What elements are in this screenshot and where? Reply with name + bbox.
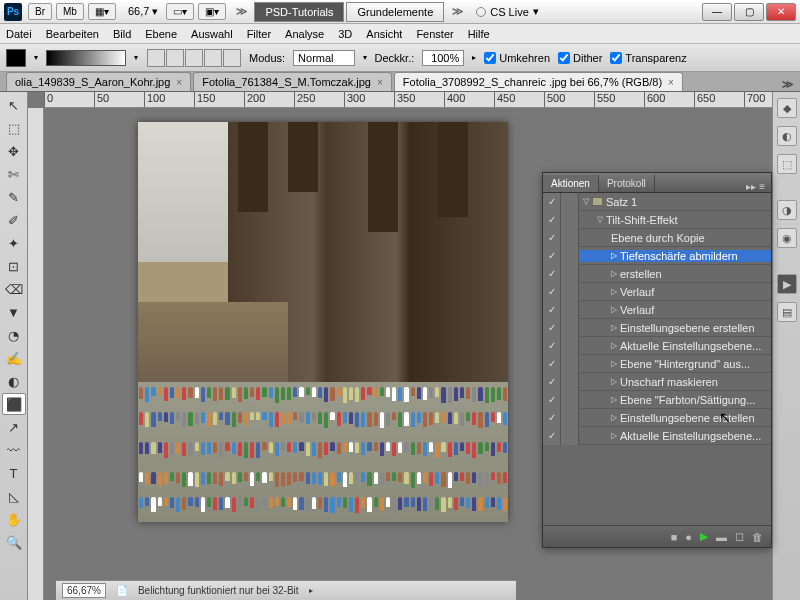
tool-7[interactable]: ⊡ (2, 255, 26, 277)
action-dialog-checkbox[interactable] (561, 193, 579, 211)
action-row[interactable]: ✓▽Tilt-Shift-Effekt (543, 211, 771, 229)
tool-6[interactable]: ✦ (2, 232, 26, 254)
tool-8[interactable]: ⌫ (2, 278, 26, 300)
action-dialog-checkbox[interactable] (561, 301, 579, 319)
document-tab[interactable]: Fotolia_3708992_S_chanreic .jpg bei 66,7… (394, 72, 683, 91)
action-toggle-checkbox[interactable]: ✓ (543, 283, 561, 301)
menu-filter[interactable]: Filter (247, 28, 271, 40)
action-row[interactable]: ✓Ebene durch Kopie (543, 229, 771, 247)
close-tab-icon[interactable]: × (176, 77, 182, 88)
action-row[interactable]: ✓▽Satz 1 (543, 193, 771, 211)
cslive-button[interactable]: CS Live ▾ (476, 5, 539, 18)
disclosure-closed-icon[interactable]: ▷ (611, 269, 617, 278)
action-dialog-checkbox[interactable] (561, 211, 579, 229)
tool-17[interactable]: ◺ (2, 485, 26, 507)
minibridge-button[interactable]: Mb (56, 3, 84, 20)
menu-datei[interactable]: Datei (6, 28, 32, 40)
gradient-type-buttons[interactable] (146, 49, 241, 67)
action-toggle-checkbox[interactable]: ✓ (543, 409, 561, 427)
menu-3d[interactable]: 3D (338, 28, 352, 40)
action-row[interactable]: ✓▷Unscharf maskieren (543, 373, 771, 391)
dither-checkbox[interactable]: Dither (558, 52, 602, 64)
history-panel-icon[interactable]: ▤ (777, 302, 797, 322)
action-toggle-checkbox[interactable]: ✓ (543, 247, 561, 265)
gradient-preview[interactable] (46, 50, 126, 66)
tool-12[interactable]: ◐ (2, 370, 26, 392)
action-row[interactable]: ✓▷erstellen (543, 265, 771, 283)
action-toggle-checkbox[interactable]: ✓ (543, 337, 561, 355)
tab-protocol[interactable]: Protokoll (599, 175, 655, 192)
maximize-button[interactable]: ▢ (734, 3, 764, 21)
new-action-button[interactable]: ◻ (735, 530, 744, 543)
action-toggle-checkbox[interactable]: ✓ (543, 427, 561, 445)
action-toggle-checkbox[interactable]: ✓ (543, 193, 561, 211)
action-row[interactable]: ✓▷Aktuelle Einstellungsebene... (543, 337, 771, 355)
disclosure-closed-icon[interactable]: ▷ (611, 251, 617, 260)
action-toggle-checkbox[interactable]: ✓ (543, 319, 561, 337)
action-dialog-checkbox[interactable] (561, 409, 579, 427)
swatches-panel-icon[interactable]: ◐ (777, 126, 797, 146)
status-zoom[interactable]: 66,67% (62, 583, 106, 598)
disclosure-closed-icon[interactable]: ▷ (611, 359, 617, 368)
panel-menu-icon[interactable]: ▸▸ ≡ (740, 181, 771, 192)
tool-10[interactable]: ◔ (2, 324, 26, 346)
masks-panel-icon[interactable]: ◉ (777, 228, 797, 248)
tool-18[interactable]: ✋ (2, 508, 26, 530)
tool-3[interactable]: ✄ (2, 163, 26, 185)
action-dialog-checkbox[interactable] (561, 283, 579, 301)
disclosure-closed-icon[interactable]: ▷ (611, 341, 617, 350)
action-toggle-checkbox[interactable]: ✓ (543, 391, 561, 409)
view-button[interactable]: ▭▾ (166, 3, 194, 20)
mode-select[interactable]: Normal (293, 50, 354, 66)
stop-button[interactable]: ■ (671, 531, 678, 543)
action-dialog-checkbox[interactable] (561, 337, 579, 355)
disclosure-closed-icon[interactable]: ▷ (611, 287, 617, 296)
tool-4[interactable]: ✎ (2, 186, 26, 208)
menu-bearbeiten[interactable]: Bearbeiten (46, 28, 99, 40)
menu-auswahl[interactable]: Auswahl (191, 28, 233, 40)
styles-panel-icon[interactable]: ⬚ (777, 154, 797, 174)
document-tab[interactable]: olia_149839_S_Aaron_Kohr.jpg× (6, 72, 191, 91)
record-button[interactable]: ● (685, 531, 692, 543)
tool-15[interactable]: 〰 (2, 439, 26, 461)
reverse-checkbox[interactable]: Umkehren (484, 52, 550, 64)
play-button[interactable]: ▶ (700, 530, 708, 543)
delete-button[interactable]: 🗑 (752, 531, 763, 543)
menu-ansicht[interactable]: Ansicht (366, 28, 402, 40)
action-row[interactable]: ✓▷Einstellungsebene erstellen (543, 319, 771, 337)
actions-panel-icon[interactable]: ▶ (777, 274, 797, 294)
document-tab[interactable]: Fotolia_761384_S_M.Tomczak.jpg× (193, 72, 392, 91)
layout-button[interactable]: ▦▾ (88, 3, 116, 20)
minimize-button[interactable]: — (702, 3, 732, 21)
action-dialog-checkbox[interactable] (561, 265, 579, 283)
disclosure-closed-icon[interactable]: ▷ (611, 323, 617, 332)
action-dialog-checkbox[interactable] (561, 247, 579, 265)
tool-11[interactable]: ✍ (2, 347, 26, 369)
close-tab-icon[interactable]: × (377, 77, 383, 88)
disclosure-closed-icon[interactable]: ▷ (611, 305, 617, 314)
screen-button[interactable]: ▣▾ (198, 3, 226, 20)
tool-2[interactable]: ✥ (2, 140, 26, 162)
disclosure-closed-icon[interactable]: ▷ (611, 413, 617, 422)
color-panel-icon[interactable]: ◆ (777, 98, 797, 118)
opacity-input[interactable]: 100% (422, 50, 464, 66)
action-dialog-checkbox[interactable] (561, 229, 579, 247)
tool-5[interactable]: ✐ (2, 209, 26, 231)
tabs-overflow-icon[interactable]: ≫ (776, 78, 800, 91)
menu-fenster[interactable]: Fenster (416, 28, 453, 40)
action-toggle-checkbox[interactable]: ✓ (543, 229, 561, 247)
disclosure-closed-icon[interactable]: ▷ (611, 431, 617, 440)
action-dialog-checkbox[interactable] (561, 355, 579, 373)
action-toggle-checkbox[interactable]: ✓ (543, 301, 561, 319)
action-row[interactable]: ✓▷Verlauf (543, 283, 771, 301)
tool-1[interactable]: ⬚ (2, 117, 26, 139)
action-row[interactable]: ✓▷Tiefenschärfe abmildern (543, 247, 771, 265)
workspace-grundelemente[interactable]: Grundelemente (346, 2, 444, 22)
action-dialog-checkbox[interactable] (561, 427, 579, 445)
tool-19[interactable]: 🔍 (2, 531, 26, 553)
document-canvas[interactable] (138, 122, 508, 522)
tool-13[interactable]: ⬛ (2, 393, 26, 415)
tool-9[interactable]: ▼ (2, 301, 26, 323)
adjustments-panel-icon[interactable]: ◑ (777, 200, 797, 220)
menu-ebene[interactable]: Ebene (145, 28, 177, 40)
